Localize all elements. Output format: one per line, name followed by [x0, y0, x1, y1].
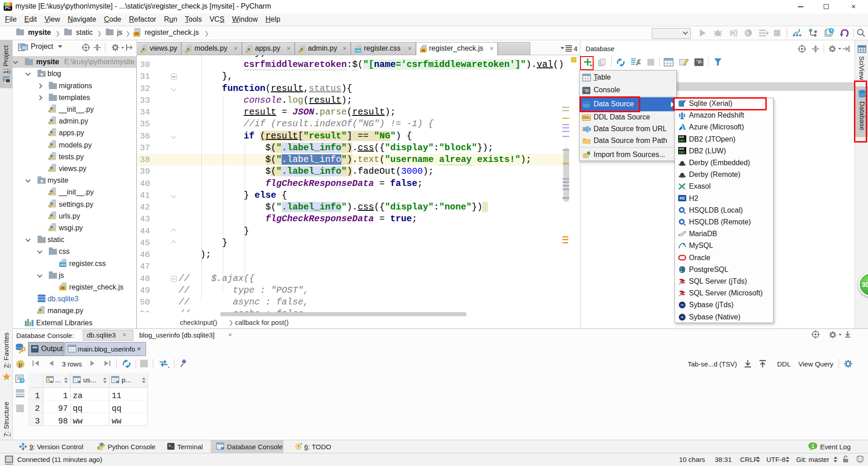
svg-text:p: p: [19, 361, 22, 368]
svg-text:1: 1: [811, 443, 814, 449]
